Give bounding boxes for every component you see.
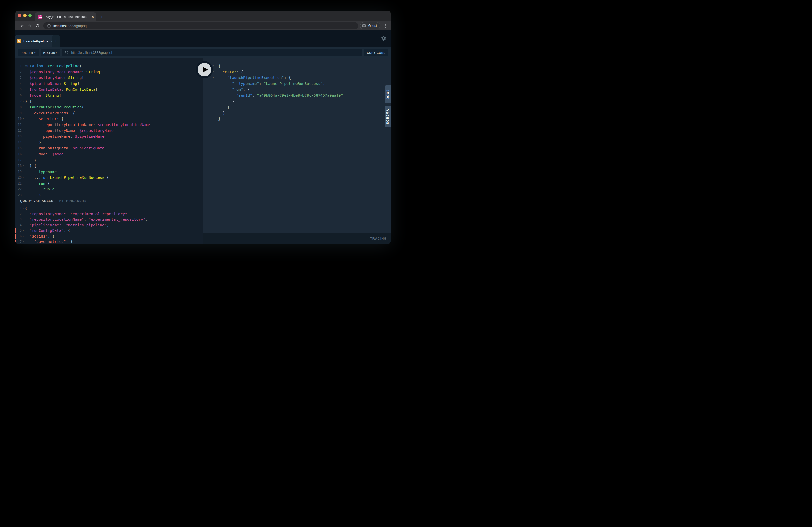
code-line: 3 $repositoryName: String! [15,75,203,81]
back-icon[interactable] [18,22,26,29]
fold-gutter [21,139,25,146]
fold-arrow-icon[interactable]: ▾ [21,163,25,169]
code-line: } [203,104,391,110]
fold-gutter [21,217,25,223]
code-line: ▾ "data": { [203,69,391,75]
code-line: 5 $runConfigData: RunConfigData! [15,87,203,92]
fold-gutter [21,87,25,92]
fold-gutter [21,75,25,81]
browser-tab-close-icon[interactable]: × [91,15,95,19]
profile-button[interactable]: Guest [360,22,380,29]
line-number: 17 [15,157,21,163]
tab-query-variables[interactable]: QUERY VARIABLES [20,199,54,203]
fold-gutter [21,134,25,139]
fold-gutter [21,92,25,99]
reload-icon[interactable] [33,22,41,29]
fold-arrow-icon[interactable]: ▾ [21,110,25,116]
line-number: 5 [15,228,21,234]
code-line: 5▾ "runConfigData": { [15,228,203,234]
line-number: 13 [15,134,21,139]
code-line: 9▾ executionParams: { [15,110,203,116]
docs-side-tab[interactable]: DOCS [385,86,391,103]
code-line: 14 } [15,139,203,146]
fold-gutter [21,122,25,128]
avatar-icon [362,24,366,28]
line-number: 11 [15,122,21,128]
code-line: 1▾{ [15,206,203,211]
url-text: localhost:3333/graphql [53,24,87,28]
schema-side-tab[interactable]: SCHEMA [385,106,391,127]
code-line: 7▾) { [15,99,203,104]
code-line: 8 launchPipelineExecution( [15,104,203,110]
code-line: } [203,110,391,116]
browser-toolbar: localhost:3333/graphql Guest [15,21,391,30]
code-line: 10▾ selector: { [15,116,203,122]
close-window-button[interactable] [18,14,21,17]
code-line: 21 run { [15,181,203,186]
forward-icon[interactable] [26,22,33,29]
query-variables-panel: QUERY VARIABLES HTTP HEADERS 1▾{2 "repos… [15,196,203,244]
fold-arrow-icon[interactable]: ▾ [21,175,25,181]
code-line: 2 $repositoryLocationName: String! [15,69,203,75]
fold-arrow-icon[interactable]: ▾ [21,206,25,211]
zoom-window-button[interactable] [28,14,32,17]
line-number: 1 [15,63,21,69]
query-editor[interactable]: 1mutation ExecutePipeline(2 $repositoryL… [15,59,203,196]
code-line: 6 $mode: String! [15,92,203,99]
code-line: 4 "pipelineName": "metrics_pipeline", [15,223,203,228]
playground-tab-executepipeline[interactable]: M ExecutePipeline × [15,35,55,47]
line-number: 14 [15,139,21,146]
playground-new-tab-button[interactable]: + [52,35,60,47]
code-line: 1mutation ExecutePipeline( [15,63,203,69]
fold-arrow-icon[interactable]: ▾ [213,69,218,75]
line-number: 19 [15,169,21,175]
code-line: 3 "repositoryLocationName": "experimenta… [15,217,203,223]
fold-arrow-icon[interactable]: ▾ [21,99,25,104]
fold-arrow-icon[interactable]: ▾ [213,63,218,69]
graphql-favicon-icon [38,15,42,19]
playground-tab-title: ExecutePipeline [24,39,48,43]
browser-menu-icon[interactable] [382,24,388,28]
tracing-bar[interactable]: TRACING [203,233,391,244]
new-browser-tab-button[interactable]: + [98,13,106,21]
fold-gutter [21,186,25,192]
code-line: ▾ "launchPipelineExecution": { [203,75,391,81]
fold-arrow-icon[interactable]: ▾ [21,228,25,234]
fold-gutter [21,63,25,69]
fold-gutter [21,151,25,157]
history-button[interactable]: HISTORY [41,49,60,56]
line-number: 5 [15,87,21,92]
fold-arrow-icon[interactable]: ▾ [21,239,25,244]
code-line: } [203,99,391,104]
execute-play-button[interactable] [196,61,213,78]
profile-label: Guest [368,24,377,28]
fold-arrow-icon[interactable]: ▾ [21,116,25,122]
code-line: 11 repositoryLocationName: $repositoryLo… [15,122,203,128]
settings-gear-icon[interactable] [381,35,387,41]
copy-curl-button[interactable]: COPY CURL [364,49,388,56]
url-bar[interactable]: localhost:3333/graphql [43,22,358,29]
code-line: } [203,116,391,122]
fold-arrow-icon[interactable]: ▾ [213,75,218,81]
line-number: 6 [15,92,21,99]
code-line: 16 mode: $mode [15,151,203,157]
line-number: 6 [15,234,21,239]
tab-http-headers[interactable]: HTTP HEADERS [59,199,87,203]
minimize-window-button[interactable] [23,14,27,17]
fold-gutter [213,92,218,99]
fold-gutter [21,81,25,87]
prettify-button[interactable]: PRETTIFY [18,49,39,56]
code-line: "__typename": "LaunchPipelineRunSuccess"… [203,81,391,87]
code-line: 13 pipelineName: $pipelineName [15,134,203,139]
fold-gutter [213,110,218,116]
response-pane: ▾{▾ "data": {▾ "launchPipelineExecution"… [203,59,391,244]
playground-tabbar: M ExecutePipeline × + [15,30,391,47]
browser-tab[interactable]: Playground - http://localhost:3 × [34,13,97,21]
line-number: 18 [15,163,21,169]
variables-editor[interactable]: 1▾{2 "repositoryName": "experimental_rep… [15,203,203,244]
site-info-icon[interactable] [47,24,51,28]
fold-arrow-icon[interactable]: ▾ [21,234,25,239]
fold-gutter [21,69,25,75]
endpoint-input[interactable]: http://localhost:3333/graphql [62,49,362,56]
line-number: 8 [15,104,21,110]
